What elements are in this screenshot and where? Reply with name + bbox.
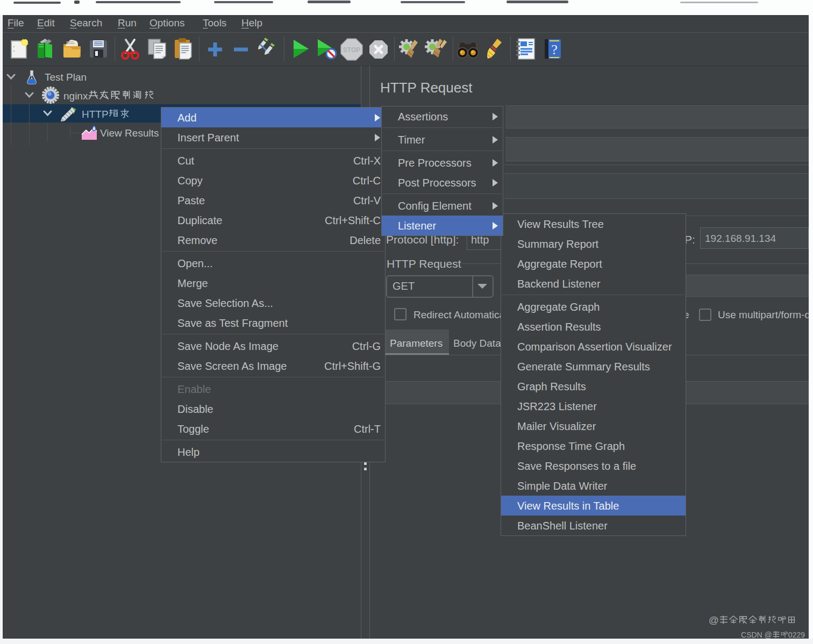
svg-text:?: ? — [551, 42, 558, 58]
svg-text:STOP: STOP — [343, 46, 360, 54]
